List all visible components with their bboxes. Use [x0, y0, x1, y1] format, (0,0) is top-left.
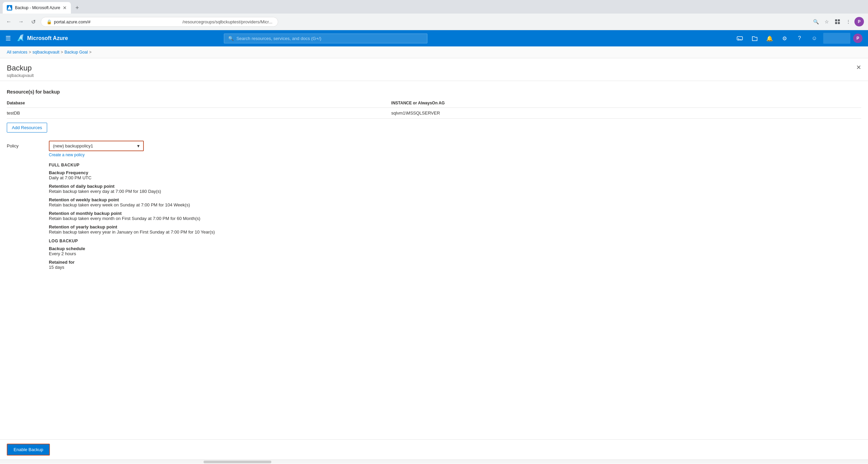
- svg-marker-0: [7, 6, 12, 10]
- active-tab[interactable]: Backup - Microsoft Azure ✕: [3, 2, 71, 14]
- policy-row: Policy (new) backuppolicy1 ▼ Create a ne…: [7, 141, 861, 157]
- add-resources-button[interactable]: Add Resources: [7, 123, 47, 133]
- account-area[interactable]: [823, 33, 850, 44]
- azure-search-box[interactable]: 🔍: [224, 34, 427, 43]
- svg-rect-3: [835, 22, 837, 24]
- policy-select-wrapper: (new) backuppolicy1 ▼: [49, 141, 144, 151]
- tab-bar: Backup - Microsoft Azure ✕ +: [0, 0, 868, 14]
- azure-logo: Microsoft Azure: [16, 34, 68, 42]
- retention-daily-value: Retain backup taken every day at 7:00 PM…: [49, 189, 861, 194]
- resources-table: Database INSTANCE or AlwaysOn AG testDB …: [7, 99, 861, 119]
- forward-button[interactable]: →: [16, 17, 26, 26]
- breadcrumb-sep-2: >: [61, 50, 63, 55]
- resources-section-title: Resource(s) for backup: [7, 89, 861, 95]
- retention-weekly-label: Retention of weekly backup point: [49, 197, 861, 202]
- retention-monthly-label: Retention of monthly backup point: [49, 211, 861, 216]
- panel-title: Backup: [7, 64, 34, 73]
- breadcrumb-backup-goal[interactable]: Backup Goal: [64, 50, 88, 55]
- scrollbar-thumb[interactable]: [204, 461, 271, 463]
- policy-details: FULL BACKUP Backup Frequency Daily at 7:…: [49, 163, 861, 270]
- retention-monthly-value: Retain backup taken every month on First…: [49, 216, 861, 221]
- profile-button[interactable]: P: [854, 17, 864, 26]
- panel-header: Backup sqlbackupvault ✕: [0, 58, 868, 81]
- search-button[interactable]: 🔍: [811, 17, 821, 26]
- feedback-button[interactable]: ☺: [808, 32, 821, 44]
- url-left: portal.azure.com/#: [54, 19, 91, 24]
- backup-schedule-label: Backup schedule: [49, 246, 861, 251]
- svg-rect-2: [838, 19, 840, 21]
- menu-button[interactable]: ⋮: [844, 17, 853, 26]
- tab-favicon: [7, 5, 12, 11]
- policy-label: Policy: [7, 141, 41, 148]
- retained-for-label: Retained for: [49, 260, 861, 265]
- breadcrumb: All services > sqlbackupvault > Backup G…: [0, 46, 868, 58]
- breadcrumb-sep-3: >: [89, 50, 92, 55]
- retention-yearly-value: Retain backup taken every year in Januar…: [49, 229, 861, 235]
- backup-schedule-value: Every 2 hours: [49, 251, 861, 256]
- retention-weekly-block: Retention of weekly backup point Retain …: [49, 197, 861, 207]
- settings-button[interactable]: ⚙: [778, 32, 791, 44]
- tab-label: Backup - Microsoft Azure: [15, 5, 60, 10]
- azure-nav: ☰ Microsoft Azure 🔍 🔔 ⚙ ? ☺ P: [0, 30, 868, 46]
- create-policy-link[interactable]: Create a new policy: [49, 153, 861, 157]
- directory-button[interactable]: [749, 32, 761, 44]
- browser-chrome: Backup - Microsoft Azure ✕ + ← → ↺ 🔒 por…: [0, 0, 868, 30]
- svg-rect-1: [835, 19, 837, 21]
- search-icon: 🔍: [228, 36, 234, 41]
- help-button[interactable]: ?: [793, 32, 806, 44]
- table-row: testDB sqlvm1\MSSQLSERVER: [7, 108, 861, 119]
- back-button[interactable]: ←: [4, 17, 14, 26]
- url-bar[interactable]: 🔒 portal.azure.com/# /resourcegroups/sql…: [41, 17, 278, 27]
- retention-weekly-value: Retain backup taken every week on Sunday…: [49, 202, 861, 207]
- retained-for-value: 15 days: [49, 265, 861, 270]
- azure-logo-text: Microsoft Azure: [27, 35, 68, 41]
- notifications-button[interactable]: 🔔: [764, 32, 776, 44]
- hamburger-menu[interactable]: ☰: [5, 35, 11, 42]
- panel-close-button[interactable]: ✕: [856, 64, 861, 71]
- panel-title-area: Backup sqlbackupvault: [7, 64, 34, 78]
- breadcrumb-sep-1: >: [29, 50, 31, 55]
- cloud-shell-button[interactable]: [734, 32, 746, 44]
- svg-rect-4: [838, 22, 840, 24]
- refresh-button[interactable]: ↺: [28, 17, 38, 26]
- retention-daily-block: Retention of daily backup point Retain b…: [49, 184, 861, 194]
- retention-yearly-label: Retention of yearly backup point: [49, 224, 861, 229]
- breadcrumb-all-services[interactable]: All services: [7, 50, 27, 55]
- address-bar: ← → ↺ 🔒 portal.azure.com/# /resourcegrou…: [0, 14, 868, 30]
- retention-monthly-block: Retention of monthly backup point Retain…: [49, 211, 861, 221]
- col-database-header: Database: [7, 99, 391, 108]
- azure-profile-button[interactable]: P: [853, 34, 863, 43]
- table-cell-instance: sqlvm1\MSSQLSERVER: [391, 108, 861, 119]
- nav-icons: 🔔 ⚙ ? ☺ P: [734, 32, 863, 44]
- backup-schedule-block: Backup schedule Every 2 hours: [49, 246, 861, 256]
- scrollbar-area[interactable]: [0, 460, 868, 464]
- backup-frequency-value: Daily at 7:00 PM UTC: [49, 175, 861, 180]
- backup-panel: Backup sqlbackupvault ✕ Resource(s) for …: [0, 58, 868, 460]
- retention-yearly-block: Retention of yearly backup point Retain …: [49, 224, 861, 235]
- retained-for-block: Retained for 15 days: [49, 260, 861, 270]
- log-backup-header: LOG BACKUP: [49, 239, 861, 243]
- col-instance-header: INSTANCE or AlwaysOn AG: [391, 99, 861, 108]
- policy-select[interactable]: (new) backuppolicy1: [49, 141, 144, 151]
- panel-content: Resource(s) for backup Database INSTANCE…: [0, 81, 868, 439]
- url-right: /resourcegroups/sqlbckuptest/providers/M…: [182, 19, 272, 24]
- panel-footer: Enable Backup: [0, 439, 868, 460]
- breadcrumb-vault[interactable]: sqlbackupvault: [33, 50, 59, 55]
- url-icon: 🔒: [46, 19, 52, 24]
- panel-subtitle: sqlbackupvault: [7, 73, 34, 78]
- retention-daily-label: Retention of daily backup point: [49, 184, 861, 189]
- tab-close-button[interactable]: ✕: [63, 5, 67, 11]
- backup-frequency-label: Backup Frequency: [49, 170, 861, 175]
- enable-backup-button[interactable]: Enable Backup: [7, 444, 50, 456]
- backup-frequency-block: Backup Frequency Daily at 7:00 PM UTC: [49, 170, 861, 180]
- new-tab-button[interactable]: +: [72, 3, 82, 13]
- bookmark-button[interactable]: ☆: [822, 17, 831, 26]
- browser-actions: 🔍 ☆ ⋮ P: [811, 17, 864, 26]
- extension-button[interactable]: [833, 17, 842, 26]
- table-cell-database: testDB: [7, 108, 391, 119]
- full-backup-header: FULL BACKUP: [49, 163, 861, 167]
- azure-search-input[interactable]: [236, 36, 423, 41]
- policy-right: (new) backuppolicy1 ▼ Create a new polic…: [49, 141, 861, 157]
